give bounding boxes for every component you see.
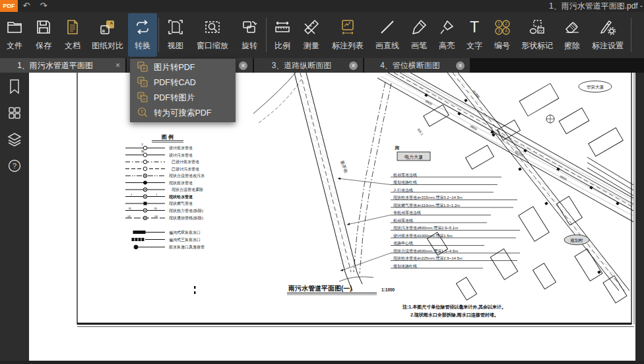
- svg-text:J: J: [131, 193, 132, 196]
- line-icon: [379, 18, 396, 38]
- annotation-settings-button[interactable]: 标注设置: [586, 13, 629, 57]
- measure-button[interactable]: 测量: [297, 13, 326, 57]
- svg-text:偏沟式三箅雨水口: 偏沟式三箅雨水口: [169, 238, 201, 242]
- folder-icon: [6, 18, 23, 38]
- svg-text:偏沟式双箅雨水口: 偏沟式双箅雨水口: [169, 230, 201, 235]
- building-box-label: 电力大厦: [404, 155, 423, 160]
- annotation-list-icon: [339, 18, 356, 38]
- sheet-scale: 1:1000: [381, 287, 395, 292]
- measure-icon: [303, 18, 320, 38]
- undo-button[interactable]: ↶: [18, 0, 35, 12]
- text-button[interactable]: T 文字: [461, 13, 488, 57]
- svg-text:现状雨水管道: 现状雨水管道: [169, 180, 193, 186]
- toolbar-separator: [158, 18, 159, 52]
- legend-title: 图 例: [162, 134, 174, 140]
- drawing-canvas: d500 d800 d1000 d600 dn300 W6.1 图 例: [29, 73, 635, 361]
- menu-item-pdf-to-cad[interactable]: PC PDF转CAD: [130, 75, 236, 91]
- document-icon: [64, 18, 81, 38]
- window-title: 1、雨污水管道平面图.pdf -: [549, 1, 644, 12]
- rotate-button[interactable]: 旋转: [234, 13, 265, 57]
- svg-text:2.现状雨水口全部拆除,雨水口连接管封堵。: 2.现状雨水口全部拆除,雨水口连接管封堵。: [410, 312, 499, 318]
- close-tab-icon[interactable]: ×: [110, 61, 125, 70]
- convert-dropdown-menu: P 图片转PDF PC PDF转CAD P PDF转图片 T 转为可搜索PDF: [130, 59, 236, 122]
- close-tab-icon[interactable]: ×: [349, 61, 358, 70]
- sidebar-item-layers[interactable]: [6, 132, 23, 149]
- file-button[interactable]: 文件: [0, 13, 29, 57]
- view-button[interactable]: 视图: [160, 13, 191, 57]
- sidebar-item-help[interactable]: ?: [6, 159, 23, 176]
- number-icon: 1234: [494, 18, 511, 38]
- svg-text:雨水箅连口及连接管: 雨水箅连口及连接管: [169, 244, 205, 250]
- pen-icon: [410, 18, 428, 38]
- svg-text:现状合流管道改污水: 现状合流管道改污水: [169, 173, 205, 178]
- shape-mark-icon: [529, 18, 546, 38]
- svg-text:人行道边线: 人行道边线: [393, 188, 413, 193]
- highlight-button[interactable]: 高亮: [433, 13, 461, 57]
- tab-road-profile[interactable]: 3、道路纵断面图 ×: [254, 58, 363, 73]
- svg-text:现状合流管道d600mm,埋深1.5~4.9m: 现状合流管道d600mm,埋深1.5~4.9m: [393, 248, 458, 254]
- app-logo-icon[interactable]: PDF: [0, 0, 18, 12]
- svg-text:注:1.本图尺寸单位除管径以毫米计外,其余以米计。: 注:1.本图尺寸单位除管径以毫米计外,其余以米计。: [402, 304, 506, 310]
- svg-text:已设计污水管道: 已设计污水管道: [172, 166, 199, 172]
- grid-icon: [7, 106, 22, 123]
- scale-button[interactable]: 比例: [268, 13, 297, 57]
- close-tab-icon[interactable]: ×: [239, 61, 247, 70]
- svg-text:现状燃气管道: 现状燃气管道: [169, 201, 193, 206]
- tab-pipe-cross-section[interactable]: 4、管位横断面图 ×: [364, 58, 470, 73]
- svg-text:现状合流管道废除: 现状合流管道废除: [172, 187, 203, 192]
- window-zoom-icon: [204, 18, 221, 38]
- svg-text:4: 4: [505, 28, 507, 33]
- title-bar: PDF ↶ ↷ 1、雨污水管道平面图.pdf -: [0, 0, 644, 12]
- text-icon: T: [466, 18, 483, 38]
- shape-mark-button[interactable]: 形状标记: [516, 13, 558, 57]
- menu-item-image-to-pdf[interactable]: P 图片转PDF: [130, 60, 236, 75]
- sidebar-item-bookmarks[interactable]: [6, 79, 23, 96]
- sheet-title: 雨污水管道平面图(一): [288, 285, 352, 292]
- convert-button[interactable]: 转换: [128, 13, 157, 57]
- svg-text:Y: Y: [141, 143, 143, 147]
- menu-item-pdf-to-image[interactable]: P PDF转图片: [130, 91, 236, 106]
- village-oval-label: 规划村: [570, 238, 583, 243]
- window-zoom-button[interactable]: 窗口缩放: [191, 13, 234, 57]
- save-button[interactable]: 保存: [29, 13, 58, 57]
- menu-item-searchable-pdf[interactable]: T 转为可搜索PDF: [130, 106, 236, 121]
- tab-plan-drawing[interactable]: 1、雨污水管道平面图 ×: [0, 58, 125, 73]
- svg-text:机动车道边线: 机动车道边线: [393, 172, 417, 178]
- svg-text:现状给水管道: 现状给水管道: [168, 194, 193, 200]
- pen-button[interactable]: 画笔: [405, 13, 433, 57]
- number-button[interactable]: 1234 编号: [488, 13, 516, 57]
- svg-text:1: 1: [498, 21, 500, 26]
- compare-drawings-button[interactable]: AB 图纸对比: [87, 13, 128, 57]
- eraser-icon: [564, 18, 581, 38]
- sidebar-item-thumbnails[interactable]: [6, 106, 23, 123]
- scale-ruler-icon: [274, 18, 291, 38]
- svg-text:2: 2: [505, 21, 507, 26]
- svg-text:设计雨水管道: 设计雨水管道: [169, 145, 193, 151]
- vertical-scrollbar[interactable]: [635, 73, 644, 361]
- close-tab-icon[interactable]: ×: [456, 61, 465, 70]
- svg-text:现状给水管道dn225mm,埋深2.9~14.5m: 现状给水管道dn225mm,埋深2.9~14.5m: [393, 256, 463, 261]
- annotation-list-button[interactable]: 标注列表: [326, 13, 370, 57]
- draw-line-button[interactable]: 画直线: [370, 13, 405, 57]
- svg-text:P: P: [143, 67, 145, 71]
- pdf-to-cad-icon: PC: [137, 77, 148, 89]
- svg-text:?: ?: [13, 162, 16, 170]
- svg-text:规划道路红线: 规划道路红线: [393, 180, 417, 185]
- pdf-viewer-app: PDF ↶ ↷ 1、雨污水管道平面图.pdf - 文件 保存 文档 AB 图纸对…: [0, 0, 644, 364]
- layers-icon: [7, 131, 22, 150]
- svg-text:现状热力管道(拆除): 现状热力管道(拆除): [169, 208, 203, 213]
- main-toolbar: 文件 保存 文档 AB 图纸对比 转换 视图 窗口缩放 旋转: [0, 12, 644, 58]
- pdf-to-image-icon: P: [137, 92, 148, 104]
- svg-text:道路中心线: 道路中心线: [393, 241, 413, 246]
- document-button[interactable]: 文档: [58, 13, 87, 57]
- svg-text:RL: RL: [154, 207, 158, 210]
- svg-text:3: 3: [498, 28, 500, 33]
- svg-text:GX: GX: [127, 215, 131, 218]
- toolbar-separator: [631, 18, 631, 52]
- redo-button[interactable]: ↷: [35, 0, 52, 12]
- toolbar-separator: [266, 18, 267, 52]
- document-viewport[interactable]: d500 d800 d1000 d600 dn300 W6.1 图 例: [29, 73, 635, 361]
- svg-text:规划道路红线: 规划道路红线: [393, 264, 417, 269]
- erase-button[interactable]: 擦除: [558, 13, 586, 57]
- horizontal-scrollbar[interactable]: [0, 361, 644, 364]
